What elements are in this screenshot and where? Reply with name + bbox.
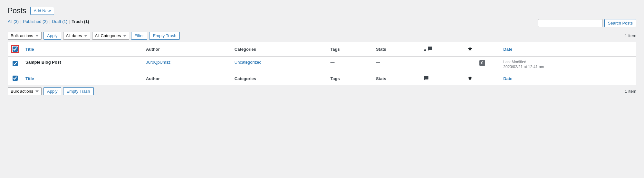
post-title: Sample Blog Post bbox=[25, 60, 61, 65]
row-comments-cell: — bbox=[420, 57, 464, 73]
footer-col-comments bbox=[420, 72, 464, 85]
table-body: Sample Blog Post J6r0QpUmsz Uncategorize… bbox=[8, 57, 636, 73]
comment-icon: ● bbox=[424, 47, 426, 52]
row-tags-cell: — bbox=[327, 57, 373, 73]
footer-col-title-link[interactable]: Title bbox=[25, 76, 34, 81]
row-categories-cell: Uncategorized bbox=[231, 57, 327, 73]
footer-star-icon bbox=[467, 76, 473, 81]
header-checkbox-wrap bbox=[11, 45, 19, 53]
col-header-date: Date bbox=[500, 42, 636, 57]
footer-col-date: Date bbox=[500, 72, 636, 85]
bottom-apply-button[interactable]: Apply bbox=[43, 87, 61, 95]
footer-col-stats: Stats bbox=[373, 72, 420, 85]
footer-col-date-link[interactable]: Date bbox=[503, 76, 512, 81]
nav-trash[interactable]: Trash (1) bbox=[72, 19, 89, 24]
top-item-count: 1 item bbox=[625, 33, 636, 38]
sep-3: | bbox=[69, 19, 70, 24]
col-header-date-link[interactable]: Date bbox=[503, 47, 512, 52]
search-row: Search Posts bbox=[538, 19, 636, 27]
row-date-value: 2020/02/21 at 12:41 am bbox=[503, 65, 544, 69]
row-stats-value: — bbox=[376, 60, 380, 65]
row-date-label: Last Modified bbox=[503, 60, 633, 64]
table-row: Sample Blog Post J6r0QpUmsz Uncategorize… bbox=[8, 57, 636, 73]
top-bulk-actions-select[interactable]: Bulk actions bbox=[8, 32, 42, 40]
nav-draft[interactable]: Draft (1) bbox=[52, 19, 67, 24]
footer-col-categories: Categories bbox=[231, 72, 327, 85]
row-starred-cell: 0 bbox=[464, 57, 500, 73]
add-new-button[interactable]: Add New bbox=[30, 7, 54, 15]
col-header-title-link[interactable]: Title bbox=[25, 47, 34, 52]
row-tags-value: — bbox=[330, 60, 334, 65]
top-filter-button[interactable]: Filter bbox=[131, 32, 148, 40]
select-all-checkbox[interactable] bbox=[13, 47, 18, 52]
search-posts-button[interactable]: Search Posts bbox=[604, 19, 636, 27]
top-apply-button[interactable]: Apply bbox=[43, 32, 61, 40]
posts-table: Title Author Categories Tags Stats ● Dat… bbox=[8, 42, 636, 85]
row-checkbox[interactable] bbox=[13, 61, 18, 66]
nav-all[interactable]: All (3) bbox=[8, 19, 19, 24]
bottom-item-count: 1 item bbox=[625, 89, 636, 94]
top-tablenav: Bulk actions Apply All dates All Categor… bbox=[8, 32, 636, 40]
page-title-row: Posts Add New bbox=[8, 6, 636, 15]
col-header-comments: ● bbox=[420, 42, 464, 57]
row-comments-value: — bbox=[440, 60, 445, 65]
col-header-stats: Stats bbox=[373, 42, 420, 57]
table-head: Title Author Categories Tags Stats ● Dat… bbox=[8, 42, 636, 57]
footer-comment-icon bbox=[424, 76, 429, 81]
star-icon bbox=[467, 46, 473, 51]
post-status-nav: All (3) | Published (2) | Draft (1) | Tr… bbox=[8, 19, 89, 24]
bottom-empty-trash-button[interactable]: Empty Trash bbox=[63, 87, 94, 95]
footer-col-author: Author bbox=[143, 72, 231, 85]
top-categories-select[interactable]: All Categories bbox=[92, 32, 129, 40]
row-title-cell: Sample Blog Post bbox=[22, 57, 143, 73]
row-date: Last Modified 2020/02/21 at 12:41 am bbox=[503, 60, 633, 69]
table-head-row: Title Author Categories Tags Stats ● Dat… bbox=[8, 42, 636, 57]
row-stats-cell: — bbox=[373, 57, 420, 73]
col-header-tags: Tags bbox=[327, 42, 373, 57]
row-starred-badge: 0 bbox=[479, 60, 485, 66]
bottom-bulk-actions-select[interactable]: Bulk actions bbox=[8, 87, 42, 95]
col-header-categories: Categories bbox=[231, 42, 327, 57]
search-input[interactable] bbox=[538, 19, 602, 27]
row-checkbox-cell bbox=[8, 57, 23, 73]
col-header-author: Author bbox=[143, 42, 231, 57]
header-checkbox-col bbox=[8, 42, 23, 57]
row-date-cell: Last Modified 2020/02/21 at 12:41 am bbox=[500, 57, 636, 73]
comment-bubble-icon bbox=[428, 46, 433, 51]
row-author-link[interactable]: J6r0QpUmsz bbox=[146, 60, 170, 65]
row-category-link[interactable]: Uncategorized bbox=[235, 60, 262, 65]
nav-published[interactable]: Published (2) bbox=[23, 19, 48, 24]
footer-checkbox-col bbox=[8, 72, 23, 85]
col-header-title: Title bbox=[22, 42, 143, 57]
bottom-tablenav: Bulk actions Apply Empty Trash 1 item bbox=[8, 87, 636, 95]
footer-col-tags: Tags bbox=[327, 72, 373, 85]
sep-2: | bbox=[49, 19, 50, 24]
top-area: All (3) | Published (2) | Draft (1) | Tr… bbox=[8, 19, 636, 29]
top-dates-select[interactable]: All dates bbox=[63, 32, 90, 40]
sep-1: | bbox=[20, 19, 21, 24]
row-author-cell: J6r0QpUmsz bbox=[143, 57, 231, 73]
page-title: Posts bbox=[8, 6, 26, 15]
footer-col-title: Title bbox=[22, 72, 143, 85]
top-empty-trash-button[interactable]: Empty Trash bbox=[149, 32, 180, 40]
table-foot: Title Author Categories Tags Stats Date bbox=[8, 72, 636, 85]
footer-select-all-checkbox[interactable] bbox=[13, 76, 18, 81]
table-foot-row: Title Author Categories Tags Stats Date bbox=[8, 72, 636, 85]
col-header-starred bbox=[464, 42, 500, 57]
footer-col-starred bbox=[464, 72, 500, 85]
